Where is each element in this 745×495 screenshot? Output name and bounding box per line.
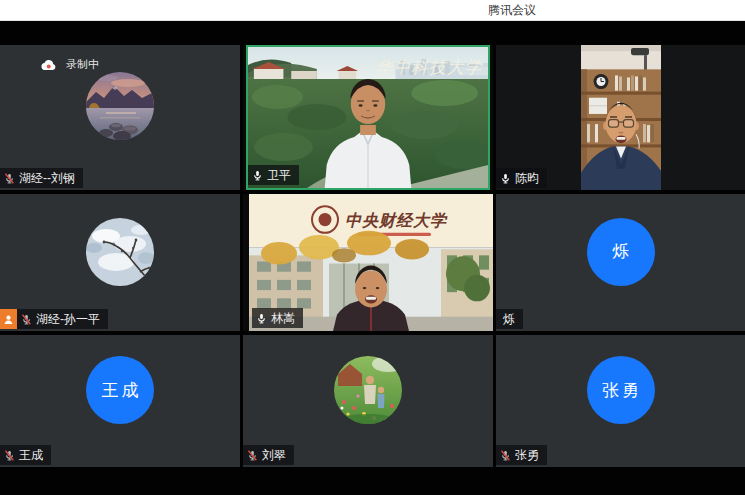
mic-muted-icon [4, 173, 15, 184]
participant-tile-liucui[interactable]: 刘翠 [243, 335, 493, 467]
meeting-stage: 录制中 [0, 21, 745, 495]
participant-tile-shuo[interactable]: 烁 烁 [496, 194, 745, 331]
avatar-monogram: 张勇 [587, 356, 655, 424]
mic-muted-icon [4, 450, 15, 461]
window-title: 腾讯会议 [488, 2, 536, 19]
mic-icon [252, 170, 263, 181]
participant-name-label: 刘翠 [243, 445, 294, 465]
participant-name-label: 张勇 [496, 445, 547, 465]
participant-name-label: 陈昀 [496, 168, 547, 188]
participant-name: 陈昀 [515, 172, 539, 184]
participant-name: 烁 [503, 313, 515, 325]
avatar-monogram: 烁 [587, 218, 655, 286]
mic-icon [500, 173, 511, 184]
avatar-sky-branches-photo [86, 218, 154, 286]
participant-name: 林嵩 [271, 312, 295, 324]
participant-name-label: 卫平 [248, 165, 299, 185]
participant-name-label: 烁 [496, 309, 523, 329]
participant-grid: 录制中 [0, 45, 745, 467]
participant-name: 湖经--刘钢 [19, 172, 75, 184]
participant-tile-zhangyong[interactable]: 张勇 张勇 [496, 335, 745, 467]
participant-name: 湖经-孙一平 [36, 313, 100, 325]
recording-indicator[interactable]: 录制中 [40, 57, 99, 72]
hust-calligraphy-text: 华中科技大学 [376, 57, 483, 77]
cloud-record-icon [40, 59, 57, 71]
avatar-garden-family-photo [334, 356, 402, 424]
participant-name: 张勇 [515, 449, 539, 461]
mic-muted-icon [21, 314, 32, 325]
recording-label: 录制中 [66, 57, 99, 72]
cufe-calligraphy-text: 中央财经大学 [345, 211, 448, 230]
participant-tile-wangcheng[interactable]: 王成 王成 [0, 335, 240, 467]
participant-name-label: 林嵩 [252, 308, 303, 328]
participant-tile-weiping[interactable]: 华中科技大学 卫平 [243, 45, 493, 190]
participant-tile-sunyiping[interactable]: 湖经-孙一平 [0, 194, 240, 331]
participant-name-label: 王成 [0, 445, 51, 465]
window-titlebar[interactable]: 腾讯会议 [0, 0, 745, 21]
person-badge-icon [0, 309, 17, 329]
participant-name-label: 湖经-孙一平 [0, 309, 108, 329]
participant-tile-liugang[interactable]: 录制中 [0, 45, 240, 190]
avatar-lake-sunset-photo [86, 72, 154, 140]
avatar-monogram: 王成 [86, 356, 154, 424]
participant-name: 卫平 [267, 169, 291, 181]
participant-name-label: 湖经--刘钢 [0, 168, 83, 188]
mic-muted-icon [247, 450, 258, 461]
participant-name: 王成 [19, 449, 43, 461]
mic-icon [256, 313, 267, 324]
participant-name: 刘翠 [262, 449, 286, 461]
participant-tile-chenyun[interactable]: 陈昀 [496, 45, 745, 190]
mic-muted-icon [500, 450, 511, 461]
video-portrait-bookshelf [581, 45, 661, 190]
participant-tile-linsong[interactable]: 中央财经大学 [243, 194, 493, 331]
